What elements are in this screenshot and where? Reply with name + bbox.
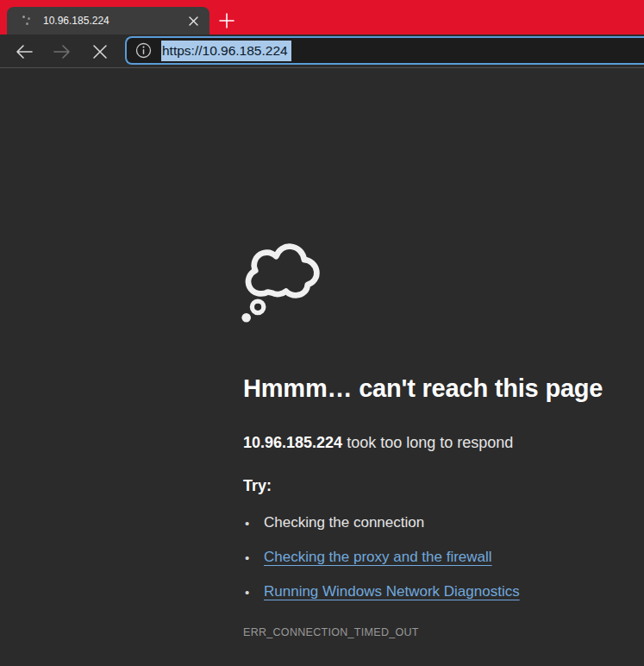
page-title: Hmmm… can't reach this page	[243, 374, 603, 403]
browser-tab[interactable]: 10.96.185.224	[7, 7, 209, 35]
tab-strip: 10.96.185.224	[0, 0, 644, 35]
subtitle-rest: took too long to respond	[342, 434, 513, 451]
tab-close-button[interactable]	[184, 11, 203, 30]
subtitle-host: 10.96.185.224	[243, 434, 342, 451]
network-diagnostics-link[interactable]: Running Windows Network Diagnostics	[264, 583, 520, 602]
suggestion-item: • Running Windows Network Diagnostics	[245, 583, 520, 602]
error-page: Hmmm… can't reach this page 10.96.185.22…	[0, 68, 644, 666]
bullet-icon: •	[245, 583, 264, 602]
close-icon	[189, 16, 198, 26]
address-bar[interactable]: https://10.96.185.224	[125, 36, 644, 65]
new-tab-button[interactable]	[217, 11, 236, 30]
stop-button[interactable]	[90, 41, 110, 62]
forward-arrow-icon	[53, 42, 72, 61]
error-code: ERR_CONNECTION_TIMED_OUT	[243, 626, 419, 638]
loading-dots-icon	[21, 14, 34, 28]
url-input-text[interactable]: https://10.96.185.224	[161, 41, 291, 61]
back-arrow-icon	[15, 42, 34, 61]
back-button[interactable]	[14, 41, 34, 62]
stop-x-icon	[91, 43, 109, 60]
forward-button[interactable]	[52, 41, 72, 62]
suggestion-item: • Checking the connection	[245, 514, 424, 533]
plus-icon	[218, 12, 235, 29]
browser-toolbar: https://10.96.185.224	[0, 35, 644, 68]
proxy-firewall-link[interactable]: Checking the proxy and the firewall	[264, 549, 492, 568]
bullet-icon: •	[245, 549, 264, 568]
suggestion-item: • Checking the proxy and the firewall	[245, 549, 492, 568]
page-subtitle: 10.96.185.224 took too long to respond	[243, 434, 513, 452]
bullet-icon: •	[245, 514, 264, 533]
suggestion-text: Checking the connection	[264, 514, 424, 533]
info-icon[interactable]	[135, 42, 152, 59]
tab-title: 10.96.185.224	[43, 15, 184, 27]
try-label: Try:	[243, 477, 272, 495]
thought-bubble-cloud-icon	[240, 241, 322, 324]
